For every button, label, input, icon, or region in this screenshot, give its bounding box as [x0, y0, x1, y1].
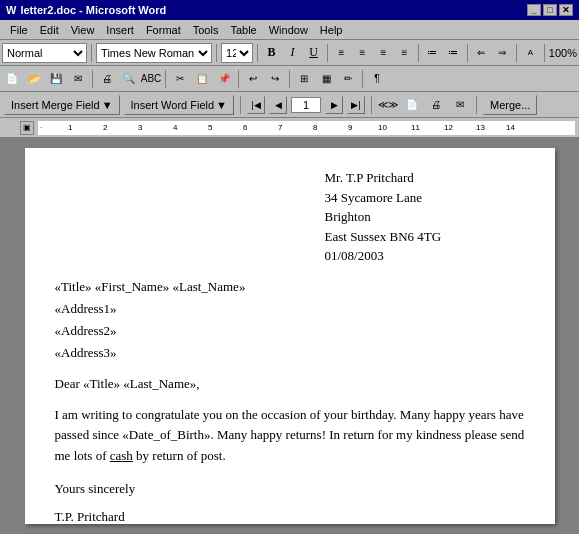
merge-button[interactable]: Merge... [483, 95, 537, 115]
ruler-mark: 5 [208, 123, 212, 132]
bullets-button[interactable]: ≔ [423, 43, 442, 63]
merge-field-address1: «Address1» [55, 298, 525, 320]
merge-to-printer-button[interactable]: 🖨 [426, 95, 446, 115]
ruler-mark: 14 [506, 123, 515, 132]
align-left-button[interactable]: ≡ [332, 43, 351, 63]
save-button[interactable]: 💾 [46, 69, 66, 89]
ruler: ▣ · 1 2 3 4 5 6 7 8 9 10 11 12 13 14 [0, 118, 579, 138]
ruler-mark: 2 [103, 123, 107, 132]
fontsize-dropdown[interactable]: 12 [221, 43, 253, 63]
merge-fields-block: «Title» «First_Name» «Last_Name» «Addres… [55, 276, 525, 364]
menu-table[interactable]: Table [224, 22, 262, 38]
record-number-input[interactable]: 1 [291, 97, 321, 113]
menu-format[interactable]: Format [140, 22, 187, 38]
ruler-mark: 4 [173, 123, 177, 132]
prev-record-button[interactable]: ◀ [269, 96, 287, 114]
print-button[interactable]: 🖨 [97, 69, 117, 89]
menu-bar: File Edit View Insert Format Tools Table… [0, 20, 579, 40]
sign-off: T.P. Pritchard [55, 507, 525, 528]
ruler-mark: 7 [278, 123, 282, 132]
menu-file[interactable]: File [4, 22, 34, 38]
mail-merge-helper-button[interactable]: ✉ [450, 95, 470, 115]
font-dropdown[interactable]: Times New Roman [96, 43, 212, 63]
spell-button[interactable]: ABC [141, 69, 161, 89]
address-line4: East Sussex BN6 4TG [325, 227, 525, 247]
increase-indent-button[interactable]: ⇒ [493, 43, 512, 63]
ruler-mark: 12 [444, 123, 453, 132]
app-icon: W [6, 4, 16, 16]
paste-button[interactable]: 📌 [214, 69, 234, 89]
dropdown-arrow-icon: ▼ [102, 99, 113, 111]
ruler-mark: 13 [476, 123, 485, 132]
menu-tools[interactable]: Tools [187, 22, 225, 38]
address-line2: 34 Sycamore Lane [325, 188, 525, 208]
style-dropdown[interactable]: Normal [2, 43, 87, 63]
justify-button[interactable]: ≡ [395, 43, 414, 63]
merge-field-address2: «Address2» [55, 320, 525, 342]
menu-insert[interactable]: Insert [100, 22, 140, 38]
redo-button[interactable]: ↪ [265, 69, 285, 89]
email-button[interactable]: ✉ [68, 69, 88, 89]
menu-help[interactable]: Help [314, 22, 349, 38]
bold-button[interactable]: B [262, 43, 281, 63]
table-button[interactable]: ⊞ [294, 69, 314, 89]
new-button[interactable]: 📄 [2, 69, 22, 89]
maximize-button[interactable]: □ [543, 4, 557, 16]
zoom-display: 100% [549, 47, 577, 59]
toolbar-standard: 📄 📂 💾 ✉ 🖨 🔍 ABC ✂ 📋 📌 ↩ ↪ ⊞ ▦ ✏ ¶ [0, 66, 579, 92]
document-area: Mr. T.P Pritchard 34 Sycamore Lane Brigh… [0, 138, 579, 534]
ruler-mark: 10 [378, 123, 387, 132]
drawing-button[interactable]: ✏ [338, 69, 358, 89]
view-merged-data-button[interactable]: ≪≫ [378, 95, 398, 115]
open-button[interactable]: 📂 [24, 69, 44, 89]
insert-word-field-button[interactable]: Insert Word Field ▼ [124, 95, 234, 115]
letter-closing: Yours sincerely [55, 481, 525, 497]
menu-view[interactable]: View [65, 22, 101, 38]
italic-button[interactable]: I [283, 43, 302, 63]
numbering-button[interactable]: ≔ [444, 43, 463, 63]
underline-button[interactable]: U [304, 43, 323, 63]
document-page[interactable]: Mr. T.P Pritchard 34 Sycamore Lane Brigh… [25, 148, 555, 524]
body-paragraph: I am writing to congratulate you on the … [55, 405, 525, 467]
ruler-mark: 8 [313, 123, 317, 132]
cut-button[interactable]: ✂ [170, 69, 190, 89]
merge-to-new-doc-button[interactable]: 📄 [402, 95, 422, 115]
salutation-text: Dear «Title» «Last_Name», [55, 374, 525, 395]
signoff-text: T.P. Pritchard [55, 507, 525, 528]
body-text-2: by return of post. [133, 448, 226, 463]
first-record-button[interactable]: |◀ [247, 96, 265, 114]
ruler-mark: 1 [68, 123, 72, 132]
body-underlined-word: cash [110, 448, 133, 463]
address-line3: Brighton [325, 207, 525, 227]
undo-button[interactable]: ↩ [243, 69, 263, 89]
align-center-button[interactable]: ≡ [353, 43, 372, 63]
close-button[interactable]: ✕ [559, 4, 573, 16]
align-right-button[interactable]: ≡ [374, 43, 393, 63]
window-title: letter2.doc - Microsoft Word [20, 4, 166, 16]
menu-window[interactable]: Window [263, 22, 314, 38]
last-record-button[interactable]: ▶| [347, 96, 365, 114]
columns-button[interactable]: ▦ [316, 69, 336, 89]
toolbar-formatting: Normal Times New Roman 12 B I U ≡ ≡ ≡ ≡ … [0, 40, 579, 66]
ruler-mark: 3 [138, 123, 142, 132]
merge-field-address3: «Address3» [55, 342, 525, 364]
copy-button[interactable]: 📋 [192, 69, 212, 89]
address-line1: Mr. T.P Pritchard [325, 168, 525, 188]
insert-merge-field-button[interactable]: Insert Merge Field ▼ [4, 95, 120, 115]
minimize-button[interactable]: _ [527, 4, 541, 16]
merge-field-name: «Title» «First_Name» «Last_Name» [55, 276, 525, 298]
mailmerge-toolbar: Insert Merge Field ▼ Insert Word Field ▼… [0, 92, 579, 118]
salutation: Dear «Title» «Last_Name», [55, 374, 525, 395]
address-block: Mr. T.P Pritchard 34 Sycamore Lane Brigh… [325, 168, 525, 266]
closing-text: Yours sincerely [55, 481, 525, 497]
ruler-mark: 6 [243, 123, 247, 132]
preview-button[interactable]: 🔍 [119, 69, 139, 89]
address-line5: 01/08/2003 [325, 246, 525, 266]
menu-edit[interactable]: Edit [34, 22, 65, 38]
next-record-button[interactable]: ▶ [325, 96, 343, 114]
highlight-button[interactable]: A [521, 43, 540, 63]
show-hide-button[interactable]: ¶ [367, 69, 387, 89]
decrease-indent-button[interactable]: ⇐ [472, 43, 491, 63]
ruler-mark: · [40, 123, 42, 132]
ruler-mark: 9 [348, 123, 352, 132]
